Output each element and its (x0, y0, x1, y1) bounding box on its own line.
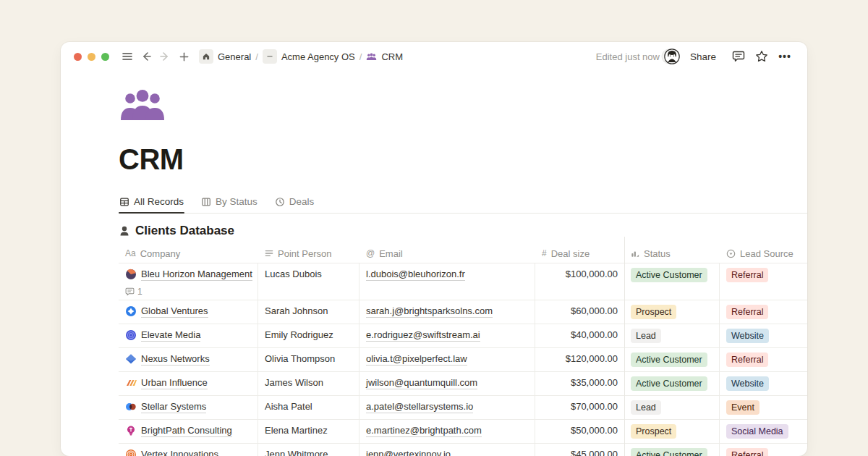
status-cell[interactable]: Lead (624, 324, 720, 347)
company-cell[interactable]: BrightPath Consulting (119, 420, 258, 443)
tab-all-records[interactable]: All Records (119, 193, 184, 213)
email-link[interactable]: a.patel@stellarsystems.io (366, 400, 473, 413)
email-cell[interactable]: l.dubois@bleuhorizon.fr (359, 263, 535, 300)
company-name-link[interactable]: Nexus Networks (141, 352, 210, 366)
new-tab-icon[interactable] (176, 48, 192, 64)
company-name-link[interactable]: Urban Influence (141, 376, 208, 389)
status-cell[interactable]: Active Customer (624, 263, 720, 300)
status-cell[interactable]: Prospect (624, 420, 720, 443)
column-header-email[interactable]: @ Email (359, 244, 535, 263)
point-person-cell[interactable]: Jenn Whitmore (258, 444, 359, 456)
lead-source-cell[interactable]: Social Media (720, 420, 807, 443)
comments-icon[interactable] (729, 47, 748, 66)
breadcrumb-general[interactable]: General (218, 51, 251, 62)
deal-size-cell[interactable]: $100,000.00 (535, 263, 624, 300)
status-badge[interactable]: Active Customer (631, 376, 707, 391)
table-row[interactable]: Elevate MediaEmily Rodrigueze.rodriguez@… (119, 324, 807, 347)
home-icon[interactable] (199, 49, 213, 64)
table-row[interactable]: BrightPath ConsultingElena Martineze.mar… (119, 419, 807, 443)
point-person-cell[interactable]: James Wilson (258, 372, 359, 395)
back-icon[interactable] (138, 48, 154, 64)
breadcrumb-acme-agency-os[interactable]: Acme Agency OS (281, 51, 355, 62)
lead-source-badge[interactable]: Referral (726, 268, 768, 282)
email-link[interactable]: e.martinez@brightpath.com (366, 424, 482, 437)
deal-size-cell[interactable]: $45,000.00 (535, 444, 624, 456)
sidebar-toggle-icon[interactable] (119, 48, 135, 64)
point-person-cell[interactable]: Elena Martinez (258, 420, 359, 443)
point-person-cell[interactable]: Emily Rodriguez (258, 324, 359, 347)
status-badge[interactable]: Active Customer (631, 268, 707, 282)
company-name-link[interactable]: Global Ventures (141, 305, 208, 318)
status-cell[interactable]: Lead (624, 396, 720, 419)
lead-source-cell[interactable]: Referral (720, 348, 807, 371)
zoom-window-button[interactable] (101, 53, 109, 61)
lead-source-badge[interactable]: Event (726, 400, 760, 415)
column-header-point-person[interactable]: Point Person (258, 244, 359, 263)
status-cell[interactable]: Prospect (624, 300, 720, 324)
company-name-link[interactable]: Stellar Systems (141, 400, 206, 413)
status-badge[interactable]: Prospect (631, 424, 676, 439)
email-cell[interactable]: a.patel@stellarsystems.io (359, 396, 535, 419)
email-link[interactable]: jenn@vertexinnov.io (366, 448, 451, 456)
table-row[interactable]: Urban InfluenceJames Wilsonjwilson@quant… (119, 371, 807, 395)
deal-size-cell[interactable]: $70,000.00 (535, 396, 624, 419)
table-row[interactable]: Bleu Horizon Management1Lucas Duboisl.du… (119, 263, 807, 300)
tab-by-status[interactable]: By Status (200, 193, 258, 213)
company-cell[interactable]: Urban Influence (119, 372, 258, 395)
status-badge[interactable]: Lead (631, 329, 661, 343)
email-link[interactable]: sarah.j@brightsparksolns.com (366, 305, 493, 318)
company-name-link[interactable]: Bleu Horizon Management (141, 268, 252, 281)
status-badge[interactable]: Active Customer (631, 448, 707, 456)
lead-source-cell[interactable]: Referral (720, 300, 807, 324)
status-badge[interactable]: Lead (631, 400, 661, 415)
email-link[interactable]: l.dubois@bleuhorizon.fr (366, 268, 465, 281)
company-cell[interactable]: Bleu Horizon Management1 (119, 263, 258, 300)
share-button[interactable]: Share (690, 51, 716, 62)
deal-size-cell[interactable]: $120,000.00 (535, 348, 624, 371)
close-window-button[interactable] (74, 53, 82, 61)
lead-source-cell[interactable]: Event (720, 396, 807, 419)
deal-size-cell[interactable]: $60,000.00 (535, 300, 624, 324)
email-cell[interactable]: e.rodriguez@swiftstream.ai (359, 324, 535, 347)
tab-deals[interactable]: Deals (274, 193, 315, 213)
lead-source-badge[interactable]: Website (726, 376, 769, 391)
table-row[interactable]: Global VenturesSarah Johnsonsarah.j@brig… (119, 300, 807, 324)
point-person-cell[interactable]: Olivia Thompson (258, 348, 359, 371)
point-person-cell[interactable]: Lucas Dubois (258, 263, 359, 300)
lead-source-cell[interactable]: Website (720, 372, 807, 395)
dash-page-icon[interactable] (263, 49, 277, 64)
minimize-window-button[interactable] (88, 53, 95, 61)
company-name-link[interactable]: Elevate Media (141, 329, 200, 342)
lead-source-badge[interactable]: Referral (726, 448, 768, 456)
more-options-icon[interactable]: ••• (775, 47, 794, 66)
table-row[interactable]: Vertex InnovationsJenn Whitmorejenn@vert… (119, 443, 807, 456)
email-link[interactable]: olivia.t@pixelperfect.law (366, 352, 467, 366)
deal-size-cell[interactable]: $50,000.00 (535, 420, 624, 443)
email-cell[interactable]: olivia.t@pixelperfect.law (359, 348, 535, 371)
company-cell[interactable]: Stellar Systems (119, 396, 258, 419)
forward-icon[interactable] (157, 48, 173, 64)
email-cell[interactable]: jwilson@quantumquill.com (359, 372, 535, 395)
email-cell[interactable]: sarah.j@brightsparksolns.com (359, 300, 535, 324)
email-link[interactable]: e.rodriguez@swiftstream.ai (366, 329, 480, 342)
point-person-cell[interactable]: Sarah Johnson (258, 300, 359, 324)
status-badge[interactable]: Active Customer (631, 352, 707, 367)
favorite-star-icon[interactable] (752, 47, 771, 66)
lead-source-cell[interactable]: Referral (720, 263, 807, 300)
company-cell[interactable]: Vertex Innovations (119, 444, 258, 456)
company-cell[interactable]: Global Ventures (119, 300, 258, 324)
deal-size-cell[interactable]: $35,000.00 (535, 372, 624, 395)
page-icon-people-group[interactable] (119, 88, 166, 122)
comment-count[interactable]: 1 (125, 287, 252, 297)
lead-source-cell[interactable]: Website (720, 324, 807, 347)
column-header-company[interactable]: Aa Company (119, 244, 258, 263)
company-name-link[interactable]: BrightPath Consulting (141, 424, 232, 437)
table-row[interactable]: Nexus NetworksOlivia Thompsonolivia.t@pi… (119, 347, 807, 371)
status-cell[interactable]: Active Customer (624, 444, 720, 456)
status-badge[interactable]: Prospect (631, 305, 676, 319)
company-name-link[interactable]: Vertex Innovations (141, 448, 218, 456)
lead-source-cell[interactable]: Referral (720, 444, 807, 456)
lead-source-badge[interactable]: Referral (726, 305, 768, 319)
lead-source-badge[interactable]: Website (726, 329, 769, 343)
email-cell[interactable]: e.martinez@brightpath.com (359, 420, 535, 443)
